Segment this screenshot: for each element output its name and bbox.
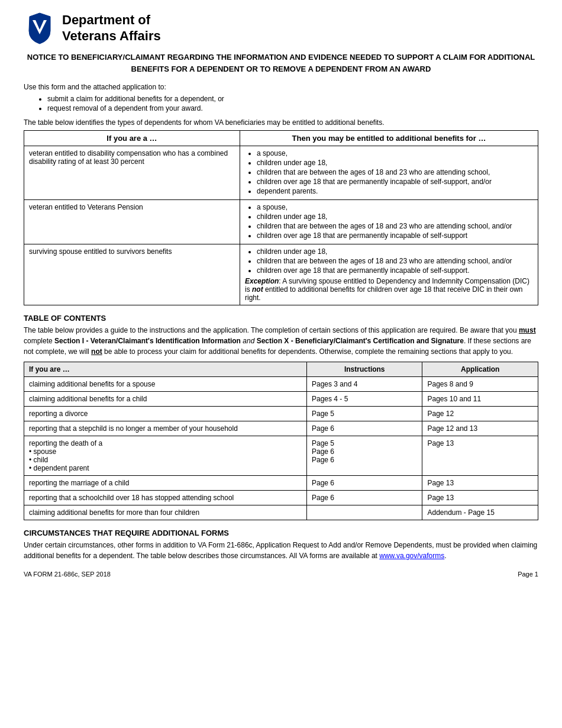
elig-row-1: veteran entitled to disability compensat…	[24, 146, 538, 200]
elig-r2-b3: children that are between the ages of 18…	[257, 222, 533, 230]
toc-row-7-col3: Addendum - Page 15	[422, 505, 538, 520]
intro-bullet-2: request removal of a dependent from your…	[47, 104, 538, 112]
toc-col1-header: If you are …	[24, 362, 307, 377]
elig-r3-exception: Exception: A surviving spouse entitled t…	[245, 277, 533, 302]
elig-row-2: veteran entitled to Veterans Pension a s…	[24, 200, 538, 244]
toc-row-2-col3: Page 12	[422, 407, 538, 421]
elig-row-3-col2: children under age 18, children that are…	[240, 244, 538, 305]
toc-row-6-col1: reporting that a schoolchild over 18 has…	[24, 491, 307, 505]
page-header: Department of Veterans Affairs	[24, 12, 538, 44]
circumstances-text: Under certain circumstances, other forms…	[24, 540, 538, 561]
toc-row-5-col1: reporting the marriage of a child	[24, 476, 307, 491]
page-number: Page 1	[518, 571, 538, 578]
elig-r2-b4: children over age 18 that are permanentl…	[257, 231, 533, 240]
circumstances-text-after: .	[444, 552, 446, 560]
elig-col1-header: If you are a …	[24, 131, 240, 146]
toc-intro: The table below provides a guide to the …	[24, 325, 538, 357]
intro-text: Use this form and the attached applicati…	[24, 83, 538, 91]
toc-row-5-col3: Page 13	[422, 476, 538, 491]
toc-row-1: claiming additional benefits for a child…	[24, 392, 538, 407]
toc-row-0-col2: Pages 3 and 4	[306, 377, 422, 392]
toc-row-3-col1: reporting that a stepchild is no longer …	[24, 421, 307, 436]
toc-row-7-col2	[306, 505, 422, 520]
toc-row-4-col2: Page 5Page 6Page 6	[306, 436, 422, 476]
circumstances-text-before: Under certain circumstances, other forms…	[24, 541, 537, 560]
toc-row-4-col3: Page 13	[422, 436, 538, 476]
elig-r1-b2: children under age 18,	[257, 159, 533, 167]
elig-r1-b5: dependent parents.	[257, 187, 533, 195]
toc-row-6-col2: Page 6	[306, 491, 422, 505]
toc-col2-header: Instructions	[306, 362, 422, 377]
elig-r3-b2: children that are between the ages of 18…	[257, 257, 533, 265]
toc-row-4: reporting the death of a• spouse• child•…	[24, 436, 538, 476]
toc-row-1-col2: Pages 4 - 5	[306, 392, 422, 407]
elig-row-2-col1: veteran entitled to Veterans Pension	[24, 200, 240, 244]
toc-row-3: reporting that a stepchild is no longer …	[24, 421, 538, 436]
toc-row-0-col1: claiming additional benefits for a spous…	[24, 377, 307, 392]
elig-r1-b3: children that are between the ages of 18…	[257, 168, 533, 176]
toc-row-3-col3: Page 12 and 13	[422, 421, 538, 436]
form-id: VA FORM 21-686c, SEP 2018	[24, 571, 111, 578]
intro-bullet-1: submit a claim for additional benefits f…	[47, 95, 538, 103]
elig-row-3: surviving spouse entitled to survivors b…	[24, 244, 538, 305]
toc-row-5: reporting the marriage of a childPage 6P…	[24, 476, 538, 491]
elig-row-3-col1: surviving spouse entitled to survivors b…	[24, 244, 240, 305]
agency-name: Department of Veterans Affairs	[62, 12, 161, 44]
table-intro-text: The table below identifies the types of …	[24, 118, 538, 127]
toc-row-7-col1: claiming additional benefits for more th…	[24, 505, 307, 520]
elig-row-1-col1: veteran entitled to disability compensat…	[24, 146, 240, 200]
toc-row-1-col3: Pages 10 and 11	[422, 392, 538, 407]
toc-row-7: claiming additional benefits for more th…	[24, 505, 538, 520]
elig-r3-b1: children under age 18,	[257, 247, 533, 256]
toc-row-2: reporting a divorcePage 5Page 12	[24, 407, 538, 421]
elig-r2-b1: a spouse,	[257, 203, 533, 211]
toc-row-6-col3: Page 13	[422, 491, 538, 505]
va-logo	[24, 12, 56, 44]
toc-row-6: reporting that a schoolchild over 18 has…	[24, 491, 538, 505]
toc-row-2-col2: Page 5	[306, 407, 422, 421]
notice-title: NOTICE TO BENEFICIARY/CLAIMANT REGARDING…	[24, 51, 538, 75]
toc-row-4-col1: reporting the death of a• spouse• child•…	[24, 436, 307, 476]
toc-row-1-col1: claiming additional benefits for a child	[24, 392, 307, 407]
toc-header: TABLE OF CONTENTS	[24, 314, 538, 323]
elig-r3-b3: children over age 18 that are permanentl…	[257, 266, 533, 275]
intro-bullet-list: submit a claim for additional benefits f…	[47, 95, 538, 112]
elig-r2-b2: children under age 18,	[257, 212, 533, 221]
eligibility-table: If you are a … Then you may be entitled …	[24, 130, 538, 305]
elig-col2-header: Then you may be entitled to additional b…	[240, 131, 538, 146]
circumstances-header: CIRCUMSTANCES THAT REQUIRE ADDITIONAL FO…	[24, 529, 538, 537]
toc-table: If you are … Instructions Application cl…	[24, 362, 538, 520]
toc-row-5-col2: Page 6	[306, 476, 422, 491]
elig-row-2-col2: a spouse, children under age 18, childre…	[240, 200, 538, 244]
toc-row-0-col3: Pages 8 and 9	[422, 377, 538, 392]
circumstances-link[interactable]: www.va.gov/vaforms	[379, 552, 444, 560]
toc-row-3-col2: Page 6	[306, 421, 422, 436]
toc-row-0: claiming additional benefits for a spous…	[24, 377, 538, 392]
toc-row-2-col1: reporting a divorce	[24, 407, 307, 421]
toc-col3-header: Application	[422, 362, 538, 377]
page-footer: VA FORM 21-686c, SEP 2018 Page 1	[24, 571, 538, 578]
elig-r1-b4: children over age 18 that are permanentl…	[257, 178, 533, 186]
elig-r1-b1: a spouse,	[257, 149, 533, 157]
elig-row-1-col2: a spouse, children under age 18, childre…	[240, 146, 538, 200]
